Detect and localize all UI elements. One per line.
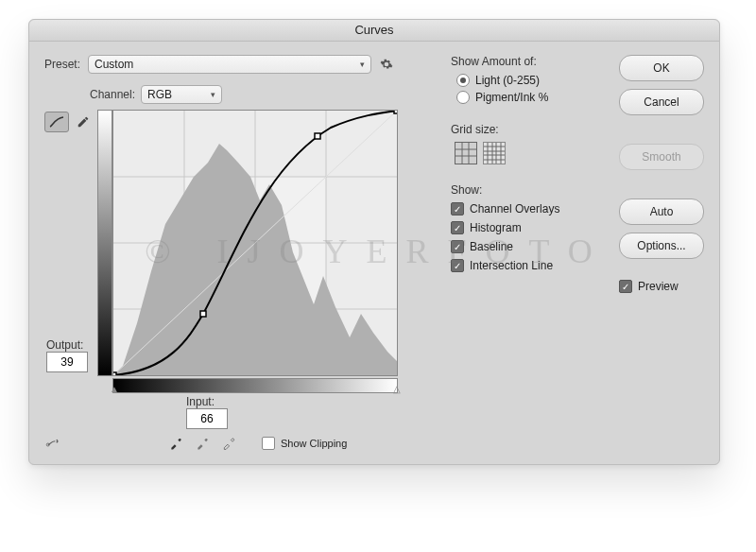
preset-row: Preset: Custom ▾ <box>44 55 704 74</box>
channel-row: Channel: RGB ▾ <box>90 85 704 104</box>
radio-icon <box>456 74 470 87</box>
button-column: OK Cancel Smooth Auto Options... ✓ Previ… <box>619 55 704 293</box>
show-section: Show: ✓Channel Overlays ✓Histogram ✓Base… <box>451 183 602 272</box>
check-baseline[interactable]: ✓Baseline <box>451 240 602 253</box>
checkbox-icon: ✓ <box>451 240 464 253</box>
preview-label: Preview <box>638 280 679 293</box>
check-histogram[interactable]: ✓Histogram <box>451 221 602 234</box>
input-section: Input: <box>186 395 228 429</box>
check-intersection-line[interactable]: ✓Intersection Line <box>451 259 602 272</box>
grid-small-button[interactable] <box>455 142 477 164</box>
preset-select[interactable]: Custom ▾ <box>88 55 371 74</box>
output-label: Output: <box>46 338 88 352</box>
radio-pigment[interactable]: Pigment/Ink % <box>456 91 602 104</box>
horizontal-gradient-bar: ▲ △ <box>112 378 398 393</box>
svg-rect-8 <box>113 372 116 375</box>
vertical-gradient-bar <box>97 110 112 376</box>
pencil-icon <box>77 115 90 129</box>
curve-icon <box>49 116 64 128</box>
right-arrow-icon[interactable]: △ <box>393 384 401 394</box>
chevron-down-icon: ▾ <box>211 90 215 99</box>
output-section: Output: <box>46 338 88 372</box>
pencil-tool-button[interactable] <box>75 112 92 131</box>
curve-graph[interactable] <box>112 110 398 376</box>
radio-light-label: Light (0-255) <box>475 74 540 87</box>
show-label: Show: <box>451 183 602 197</box>
radio-pigment-label: Pigment/Ink % <box>475 91 548 104</box>
channel-select[interactable]: RGB ▾ <box>141 85 222 104</box>
show-clipping-label: Show Clipping <box>281 438 347 449</box>
show-amount-label: Show Amount of: <box>451 55 602 68</box>
input-label: Input: <box>186 395 228 408</box>
input-input[interactable] <box>186 408 228 429</box>
eyedropper-white-icon[interactable] <box>220 435 237 452</box>
ok-button[interactable]: OK <box>619 55 704 81</box>
eyedropper-black-icon[interactable] <box>167 435 184 452</box>
preview-checkbox[interactable]: ✓ Preview <box>619 280 679 293</box>
smooth-button[interactable]: Smooth <box>619 144 704 170</box>
left-arrow-icon[interactable]: ▲ <box>110 384 119 394</box>
cancel-button[interactable]: Cancel <box>619 89 704 115</box>
curve-tool-button[interactable] <box>44 112 69 132</box>
dialog-title: Curves <box>29 20 719 42</box>
checkbox-icon: ✓ <box>451 259 464 272</box>
target-adjust-icon[interactable] <box>44 435 61 452</box>
dialog-content: Preset: Custom ▾ Channel: RGB ▾ <box>29 42 719 465</box>
checkbox-icon <box>262 437 275 450</box>
svg-rect-11 <box>394 111 397 113</box>
radio-light[interactable]: Light (0-255) <box>456 74 602 87</box>
gear-icon[interactable] <box>379 57 394 72</box>
svg-rect-9 <box>200 311 206 317</box>
checkbox-icon: ✓ <box>619 280 632 293</box>
output-input[interactable] <box>46 352 88 372</box>
show-clipping-checkbox[interactable]: Show Clipping <box>262 437 347 450</box>
chevron-down-icon: ▾ <box>360 60 365 69</box>
sampler-row: Show Clipping <box>44 435 347 452</box>
grid-large-button[interactable] <box>483 142 506 164</box>
check-channel-overlays[interactable]: ✓Channel Overlays <box>451 202 602 216</box>
eyedropper-gray-icon[interactable] <box>194 435 211 452</box>
checkbox-icon: ✓ <box>451 202 464 216</box>
preset-label: Preset: <box>44 58 80 71</box>
options-button[interactable]: Options... <box>619 233 704 259</box>
channel-label: Channel: <box>90 88 135 101</box>
channel-value: RGB <box>147 88 172 101</box>
curves-dialog: Curves Preset: Custom ▾ Channel: RGB ▾ <box>28 19 720 465</box>
svg-rect-10 <box>315 133 320 139</box>
right-panel: Show Amount of: Light (0-255) Pigment/In… <box>451 55 602 278</box>
checkbox-icon: ✓ <box>451 221 464 234</box>
grid-size-label: Grid size: <box>451 123 602 136</box>
curve-area: ▲ △ Output: Input: <box>112 110 396 393</box>
auto-button[interactable]: Auto <box>619 198 704 225</box>
preset-value: Custom <box>94 58 133 71</box>
radio-icon <box>456 91 470 104</box>
